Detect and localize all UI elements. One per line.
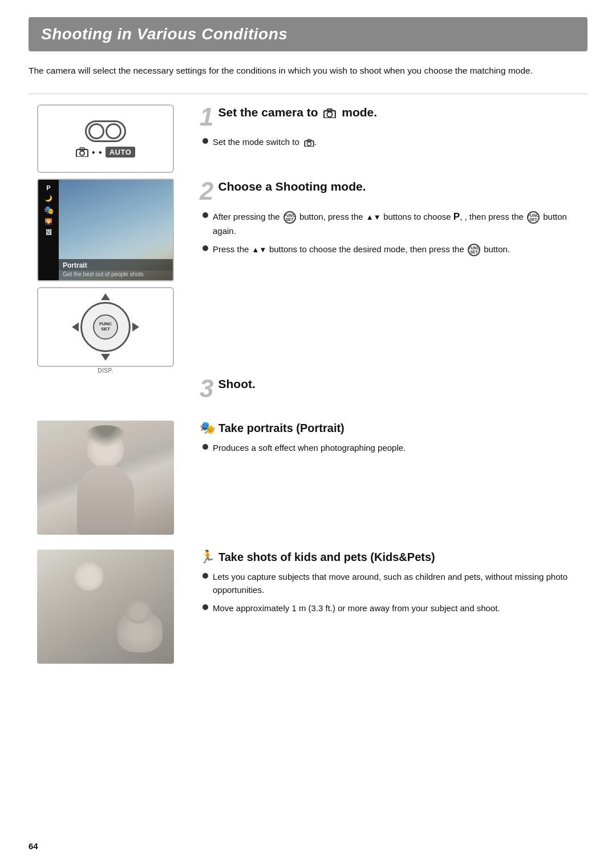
child-face — [75, 562, 103, 591]
step3-heading: 3 Shoot. — [200, 376, 587, 401]
step2-bullet1: After pressing the FUNCSET button, press… — [202, 209, 587, 238]
kids-bullet1: Lets you capture subjects that move arou… — [202, 570, 587, 597]
kids-bullet2: Move approximately 1 m (3.3 ft.) or more… — [202, 601, 587, 615]
kids-left-col — [29, 550, 194, 664]
mode-icons-row: ● ● AUTO — [76, 147, 136, 158]
mode-main-area: Portrait Get the best out of people shot… — [59, 180, 173, 280]
mode-p: P — [46, 184, 50, 191]
toggle-right — [106, 123, 121, 139]
portrait-icon: 🎭 — [200, 421, 215, 435]
step1-heading: 1 Set the camera to mode. — [200, 104, 587, 130]
step3-right: 3 Shoot. — [194, 373, 587, 407]
disp-label: DISP. — [98, 368, 113, 374]
kids-bullets: Lets you capture subjects that move arou… — [202, 570, 587, 615]
func-icon-1: FUNCSET — [283, 211, 296, 224]
svg-point-1 — [80, 151, 84, 156]
mode-frame: 🖼 — [46, 229, 52, 236]
arrow-right-icon — [132, 322, 139, 332]
funcset-button: FUNCSET DISP. — [77, 298, 134, 356]
step1-left-col: ● ● AUTO — [29, 104, 194, 173]
step1-right-col: 1 Set the camera to mode. Set the — [194, 104, 587, 173]
camera-icon-bullet — [304, 139, 314, 147]
step2-left-col: P 🌙 🎭 🌄 🖼 Portrait Get the best out of p… — [29, 179, 194, 367]
svg-point-4 — [327, 112, 333, 117]
funcset-button-box: FUNCSET DISP. — [37, 287, 174, 367]
portrait-left-col — [29, 421, 194, 535]
mode-sublabel: Get the best out of people shots — [59, 271, 173, 280]
bullet-dot-portrait — [202, 444, 208, 450]
up-down-arrows-1: ▲▼ — [366, 213, 383, 221]
intro-text: The camera will select the necessary set… — [29, 64, 587, 78]
dot2: ● — [99, 149, 102, 155]
dot1: ● — [92, 149, 95, 155]
arrow-left-icon — [72, 322, 79, 332]
step2-number: 2 — [200, 179, 213, 204]
step2-heading-text: Choose a Shooting mode. — [218, 179, 587, 194]
kids-right-col: 🏃 Take shots of kids and pets (Kids&Pets… — [194, 550, 587, 619]
func-icon-3: FUNCSET — [468, 244, 480, 256]
toggle-left — [88, 123, 104, 139]
portrait-hair — [84, 425, 127, 448]
mode-label: Portrait — [59, 259, 173, 271]
bullet-dot-2a — [202, 212, 208, 218]
up-down-arrows-2: ▲▼ — [252, 245, 269, 254]
step3-left — [29, 373, 194, 407]
portrait-photo — [37, 421, 174, 535]
step3-number: 3 — [200, 376, 213, 401]
kids-photo — [37, 550, 174, 664]
step2-row: P 🌙 🎭 🌄 🖼 Portrait Get the best out of p… — [29, 179, 587, 367]
step1-number: 1 — [200, 104, 213, 130]
step3-row: 3 Shoot. — [29, 373, 587, 407]
kids-heading: 🏃 Take shots of kids and pets (Kids&Pets… — [200, 550, 587, 564]
step2-heading: 2 Choose a Shooting mode. — [200, 179, 587, 204]
arrow-down-icon — [101, 354, 110, 361]
kids-section: 🏃 Take shots of kids and pets (Kids&Pets… — [29, 550, 587, 664]
kids-icon: 🏃 — [200, 550, 215, 564]
portrait-right-col: 🎭 Take portraits (Portrait) Produces a s… — [194, 421, 587, 459]
divider-top — [29, 94, 587, 94]
mode-sidebar: P 🌙 🎭 🌄 🖼 — [38, 180, 59, 280]
camera-icon-step1 — [323, 108, 336, 118]
funcset-inner-button: FUNCSET — [93, 314, 118, 340]
mode-switch-image: ● ● AUTO — [37, 104, 174, 173]
page-title: Shooting in Various Conditions — [41, 25, 575, 43]
bullet-dot — [202, 138, 208, 144]
step1-row: ● ● AUTO 1 Set the camera to mode. — [29, 104, 587, 173]
svg-point-7 — [307, 142, 311, 146]
step2-right-col: 2 Choose a Shooting mode. After pressing… — [194, 179, 587, 367]
mode-portrait: 🎭 — [44, 205, 54, 215]
arrow-up-icon — [101, 293, 110, 300]
funcset-outer-ring: FUNCSET — [80, 302, 131, 352]
auto-badge: AUTO — [106, 147, 136, 158]
step1-bullets: Set the mode switch to . — [202, 135, 587, 148]
shooting-mode-screenshot: P 🌙 🎭 🌄 🖼 Portrait Get the best out of p… — [37, 179, 174, 281]
bullet-dot-kids1 — [202, 573, 208, 579]
pet-head — [125, 600, 151, 624]
bullet-dot-2b — [202, 245, 208, 251]
step2-bullet2: Press the ▲▼ buttons to choose the desir… — [202, 243, 587, 256]
camera-icon — [76, 147, 88, 157]
portrait-bullet1: Produces a soft effect when photographin… — [202, 441, 587, 454]
toggle-switch-icon — [85, 120, 126, 142]
portrait-heading: 🎭 Take portraits (Portrait) — [200, 421, 587, 435]
step1-bullet1: Set the mode switch to . — [202, 135, 587, 148]
step2-bullets: After pressing the FUNCSET button, press… — [202, 209, 587, 256]
bullet-dot-kids2 — [202, 604, 208, 610]
title-bar: Shooting in Various Conditions — [29, 17, 587, 51]
func-icon-2: FUNCSET — [527, 211, 540, 224]
step3-heading-text: Shoot. — [218, 376, 587, 391]
mode-landscape: 🌄 — [44, 218, 52, 225]
portrait-bullets: Produces a soft effect when photographin… — [202, 441, 587, 454]
page-number: 64 — [29, 841, 38, 851]
step1-heading-text: Set the camera to mode. — [218, 104, 587, 120]
portrait-body — [77, 465, 134, 535]
mode-moon: 🌙 — [44, 195, 52, 202]
portrait-section: 🎭 Take portraits (Portrait) Produces a s… — [29, 421, 587, 535]
